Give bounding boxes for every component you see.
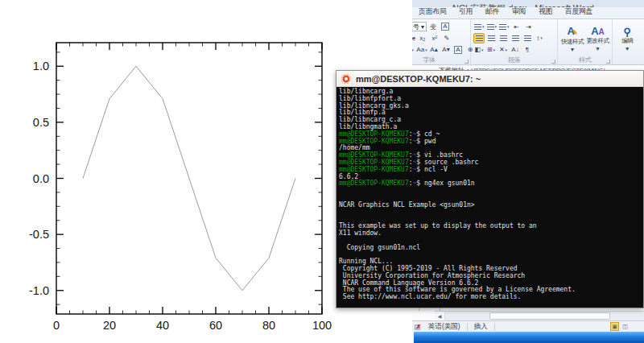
distribute-button[interactable] [522, 33, 533, 43]
asian-layout-icon: ✕ [499, 46, 505, 53]
superscript-button[interactable]: x² [429, 33, 440, 43]
shrink-font-button[interactable]: A▾ [440, 44, 452, 55]
terminal-window[interactable]: mm@DESKTOP-KQMEKU7: ~ lib/libncarg.alib/… [336, 70, 644, 308]
phonetic-guide-button[interactable]: 变 [427, 22, 439, 32]
numbering-icon [487, 24, 494, 30]
svg-text:1.0: 1.0 [33, 60, 49, 72]
shading-button[interactable]: ◧▾ [473, 44, 485, 55]
scroll-left-arrow-icon[interactable]: ◀ [435, 312, 445, 320]
tab-baidu-netdisk[interactable]: 百度网盘 [560, 6, 597, 18]
borders-icon: ⊞ [487, 46, 493, 53]
font-group-label: 字体 [402, 56, 470, 64]
grow-font-button[interactable]: A▴ [428, 44, 440, 55]
spelling-status-icon[interactable]: ▤✗ [414, 323, 422, 331]
chevron-down-icon: ▾ [625, 45, 629, 52]
svg-text:0.0: 0.0 [33, 172, 49, 185]
phonetic-guide-icon: 变 [430, 23, 436, 31]
ribbon-group-font: 五号 ▾ 变 A abc x₂ x² ✎ A▾ Aa▾ A▴ A▾ [402, 19, 471, 64]
line-spacing-icon: ↕ [536, 35, 539, 42]
line-spacing-button[interactable]: ↕▾ [534, 33, 545, 43]
bullets-icon [474, 24, 481, 30]
change-styles-button[interactable]: AA 更改样式 ▾ [586, 26, 610, 52]
find-icon: ⚲ [623, 27, 631, 37]
character-shading-button[interactable]: A [452, 44, 464, 55]
show-hide-marks-button[interactable]: ¶ [522, 44, 533, 55]
status-divider [494, 323, 495, 331]
ribbon-group-styles: A✎ 快速样式 ▾ AA 更改样式 ▾ 样式 [558, 19, 613, 64]
tab-references[interactable]: 引用 [454, 6, 477, 18]
terminal-output[interactable]: lib/libncarg.alib/libnfpfort.alib/libnca… [336, 87, 643, 308]
styles-group-label: 样式 [558, 56, 612, 64]
ribbon-group-editing: ⚲ 编辑 ▾ [613, 19, 644, 64]
svg-text:20: 20 [103, 319, 116, 332]
status-divider [467, 323, 468, 331]
multilevel-list-icon [499, 24, 506, 30]
tab-page-layout[interactable]: 页面布局 [414, 6, 451, 18]
ubuntu-terminal-icon [341, 74, 351, 84]
borders-button[interactable]: ⊞▾ [485, 44, 497, 55]
character-border-icon: A [441, 23, 448, 31]
justify-button[interactable] [510, 33, 521, 43]
distribute-icon [524, 35, 531, 41]
language-status[interactable]: 英语(美国) [428, 322, 460, 332]
ribbon-group-paragraph: ▾ ▾ ▾ ⇤ ⇥ ↕▾ ◧▾ ⊞▾ ✕▾ [471, 19, 558, 64]
quick-styles-label: 快速样式 [561, 38, 584, 46]
multilevel-list-button[interactable]: ▾ [498, 22, 510, 32]
insert-mode-status[interactable]: 插入 [474, 322, 488, 332]
terminal-titlebar[interactable]: mm@DESKTOP-KQMEKU7: ~ [336, 71, 643, 87]
terminal-title: mm@DESKTOP-KQMEKU7: ~ [356, 74, 481, 84]
word-ribbon: 五号 ▾ 变 A abc x₂ x² ✎ A▾ Aa▾ A▴ A▾ [402, 19, 644, 65]
justify-icon [512, 35, 519, 41]
paragraph-dialog-launcher-icon[interactable] [551, 60, 555, 64]
word-horizontal-scrollbar[interactable]: ◀ [435, 311, 644, 320]
svg-text:0.5: 0.5 [33, 116, 49, 129]
chevron-down-icon: ▾ [596, 45, 599, 52]
align-right-button[interactable] [497, 33, 509, 43]
view-print-layout-button[interactable]: ▣ [610, 322, 619, 331]
svg-text:-0.5: -0.5 [29, 228, 49, 241]
word-status-bar: ▤✗ 英语(美国) 插入 ▣ ◫ [402, 320, 644, 332]
quick-styles-icon: A✎ [567, 26, 577, 38]
align-left-button[interactable] [473, 33, 485, 43]
font-dialog-launcher-icon[interactable] [464, 60, 469, 64]
desktop-strip [414, 332, 644, 343]
quick-styles-button[interactable]: A✎ 快速样式 ▾ [560, 26, 584, 53]
scrollbar-track[interactable] [445, 312, 644, 320]
view-mode-button[interactable]: ◫ [621, 322, 630, 331]
numbering-button[interactable]: ▾ [486, 22, 498, 32]
svg-text:80: 80 [262, 319, 275, 332]
decrease-indent-button[interactable]: ⇤ [511, 22, 522, 32]
character-border-button[interactable]: A [440, 22, 451, 32]
word-ribbon-tabs: 页面布局 引用 邮件 审阅 视图 百度网盘 [402, 7, 644, 19]
shading-icon: ◧ [474, 46, 481, 53]
paragraph-group-label: 段落 [471, 56, 557, 64]
svg-text:0: 0 [53, 319, 60, 332]
change-case-button[interactable]: Aa▾ [416, 44, 427, 55]
increase-indent-button[interactable]: ⇥ [523, 22, 535, 32]
align-center-icon [488, 35, 495, 41]
character-shading-icon: A [454, 46, 461, 54]
svg-text:-1.0: -1.0 [29, 284, 49, 297]
align-center-button[interactable] [485, 33, 497, 43]
subscript-button[interactable]: x₂ [417, 33, 428, 43]
align-left-icon [476, 35, 483, 41]
svg-text:100: 100 [312, 319, 332, 332]
editing-group-label: 编辑 [621, 37, 633, 45]
clear-formatting-button[interactable]: ✎ [441, 33, 452, 43]
change-styles-label: 更改样式 [586, 37, 609, 45]
svg-text:40: 40 [156, 319, 169, 332]
sort-button[interactable]: A↓ [510, 44, 521, 55]
tab-view[interactable]: 视图 [534, 6, 557, 18]
editing-menu-button[interactable]: ⚲ 编辑 ▾ [615, 27, 639, 52]
screen: NCL安装教程.docx - Microsoft Word 页面布局 引用 邮件… [0, 0, 644, 343]
svg-text:60: 60 [209, 319, 222, 332]
change-case-icon: Aa [416, 46, 424, 53]
tab-mailings[interactable]: 邮件 [481, 6, 504, 18]
asian-layout-button[interactable]: ✕▾ [497, 44, 509, 55]
bullets-button[interactable]: ▾ [473, 22, 485, 32]
chevron-down-icon: ▾ [421, 23, 424, 31]
tab-review[interactable]: 审阅 [507, 6, 530, 18]
change-styles-icon: AA [591, 26, 605, 37]
scrollbar-thumb[interactable] [489, 312, 610, 320]
styles-dialog-launcher-icon[interactable] [606, 60, 610, 64]
